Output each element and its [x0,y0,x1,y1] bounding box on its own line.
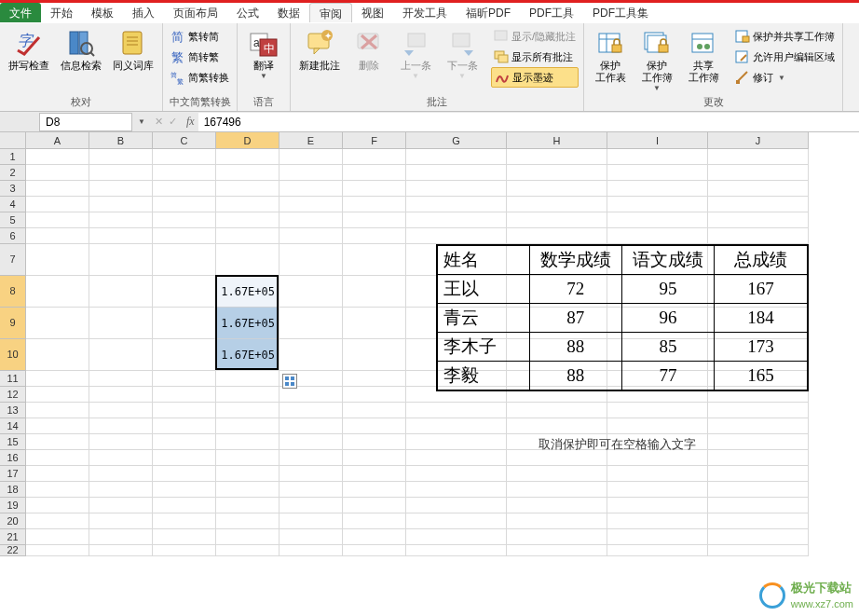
cell-I1[interactable] [607,149,708,165]
cell-D9[interactable]: 1.67E+05 [216,308,280,339]
menu-tab-5[interactable]: 数据 [268,3,309,22]
cell-E9[interactable] [280,308,343,339]
cell-D3[interactable] [216,181,280,197]
cell-F5[interactable] [343,212,406,228]
protect-workbook-button[interactable]: 保护 工作簿 ▼ [635,26,678,94]
cell-J5[interactable] [708,212,809,228]
cell-F7[interactable] [343,244,406,276]
show-ink-button[interactable]: 显示墨迹 [491,67,579,88]
table-header-cell[interactable]: 数学成绩 [529,245,621,275]
cell-D11[interactable] [216,371,280,387]
table-cell[interactable]: 李毅 [437,362,529,391]
cell-C21[interactable] [153,529,216,545]
research-button[interactable]: 信息检索 [57,26,105,74]
cell-G1[interactable] [406,149,507,165]
cell-A10[interactable] [26,339,89,371]
cell-F16[interactable] [343,450,406,466]
table-cell[interactable]: 173 [715,333,808,362]
cell-E3[interactable] [280,181,343,197]
row-header-2[interactable]: 2 [0,165,26,181]
cell-E5[interactable] [280,212,343,228]
cell-G19[interactable] [406,498,507,513]
cell-J21[interactable] [708,529,809,545]
row-header-1[interactable]: 1 [0,149,26,165]
cell-C5[interactable] [153,212,216,228]
delete-comment-button[interactable]: 删除 [348,26,390,74]
cell-D14[interactable] [216,418,280,434]
col-header-H[interactable]: H [507,132,607,149]
protect-share-button[interactable]: 保护并共享工作簿 [732,26,838,47]
row-header-7[interactable]: 7 [0,244,26,276]
cell-H4[interactable] [507,197,607,212]
cell-H2[interactable] [507,165,607,181]
cell-C11[interactable] [153,371,216,387]
cell-J20[interactable] [708,513,809,529]
conv-button[interactable]: 简繁 简繁转换 [168,67,232,88]
cell-F6[interactable] [343,228,406,244]
cell-A22[interactable] [26,545,89,556]
translate-button[interactable]: a中 翻译 ▼ [242,26,285,82]
cell-J4[interactable] [708,197,809,212]
cell-F8[interactable] [343,276,406,308]
cell-B18[interactable] [89,482,153,498]
cell-C18[interactable] [153,482,216,498]
col-header-D[interactable]: D [216,132,280,149]
cell-C19[interactable] [153,498,216,513]
cell-B6[interactable] [89,228,153,244]
cell-C20[interactable] [153,513,216,529]
share-workbook-button[interactable]: 共享 工作簿 [682,26,725,86]
cell-D4[interactable] [216,197,280,212]
col-header-C[interactable]: C [153,132,216,149]
cell-F3[interactable] [343,181,406,197]
cell-D7[interactable] [216,244,280,276]
menu-tab-11[interactable]: PDF工具集 [583,3,658,22]
cell-E7[interactable] [280,244,343,276]
cell-A9[interactable] [26,308,89,339]
cell-J18[interactable] [708,482,809,498]
cell-A15[interactable] [26,434,89,450]
table-cell[interactable]: 88 [529,362,621,391]
menu-tab-2[interactable]: 插入 [123,3,164,22]
cell-F10[interactable] [343,339,406,371]
table-cell[interactable]: 李木子 [437,333,529,362]
menu-tab-4[interactable]: 公式 [227,3,268,22]
row-header-13[interactable]: 13 [0,403,26,418]
cell-A16[interactable] [26,450,89,466]
table-cell[interactable]: 88 [529,333,621,362]
table-cell[interactable]: 96 [621,304,714,333]
cell-D22[interactable] [216,545,280,556]
cancel-formula-icon[interactable]: ✕ [155,116,163,128]
cell-C14[interactable] [153,418,216,434]
cell-C16[interactable] [153,450,216,466]
select-all-cell[interactable] [0,132,26,149]
row-header-15[interactable]: 15 [0,434,26,450]
cell-C15[interactable] [153,434,216,450]
table-cell[interactable]: 77 [621,362,714,391]
cell-I3[interactable] [607,181,708,197]
cell-F18[interactable] [343,482,406,498]
cell-C22[interactable] [153,545,216,556]
cell-B22[interactable] [89,545,153,556]
cell-A8[interactable] [26,276,89,308]
menu-tab-3[interactable]: 页面布局 [164,3,227,22]
cell-F20[interactable] [343,513,406,529]
cell-G16[interactable] [406,450,507,466]
cell-C13[interactable] [153,403,216,418]
spreadsheet-grid[interactable]: ABCDEFGHIJ 12345678910111213141516171819… [0,132,859,616]
col-header-G[interactable]: G [406,132,507,149]
cell-C4[interactable] [153,197,216,212]
row-header-17[interactable]: 17 [0,466,26,482]
cell-E1[interactable] [280,149,343,165]
cell-G20[interactable] [406,513,507,529]
cell-J2[interactable] [708,165,809,181]
cell-E21[interactable] [280,529,343,545]
table-cell[interactable]: 85 [621,333,714,362]
cell-E17[interactable] [280,466,343,482]
cell-H1[interactable] [507,149,607,165]
formula-bar-input[interactable] [198,113,859,131]
show-hide-comment-button[interactable]: 显示/隐藏批注 [491,26,579,47]
cell-J16[interactable] [708,450,809,466]
cell-E22[interactable] [280,545,343,556]
cell-B15[interactable] [89,434,153,450]
cell-B3[interactable] [89,181,153,197]
